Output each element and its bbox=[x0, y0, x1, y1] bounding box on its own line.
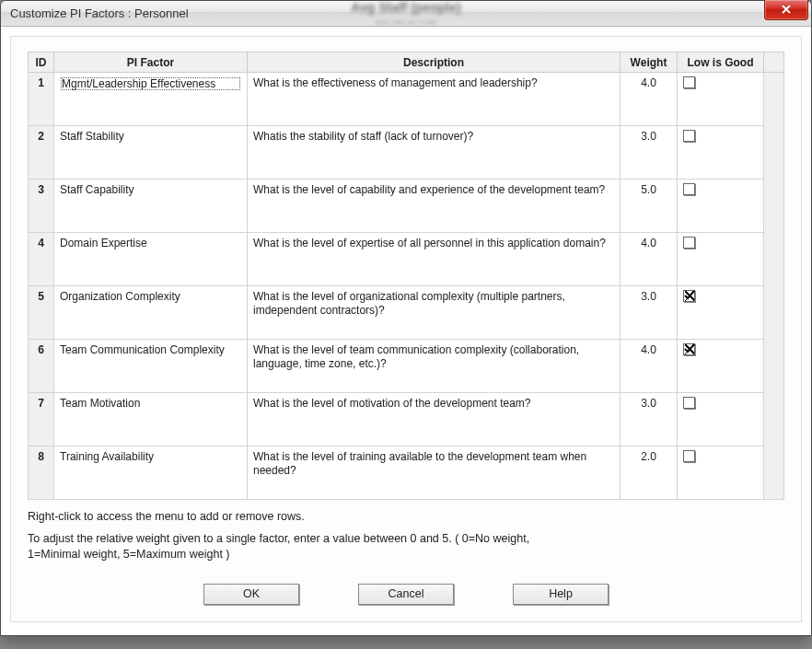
low-is-good-cell[interactable] bbox=[678, 446, 764, 500]
titlebar[interactable]: Customize PI Factors : Personnel Avg Sta… bbox=[1, 1, 811, 27]
description-cell[interactable]: What is the level of organizational comp… bbox=[248, 286, 621, 340]
checkbox-icon[interactable] bbox=[683, 237, 695, 249]
header-description[interactable]: Description bbox=[248, 52, 621, 73]
factor-cell[interactable]: Team Communication Complexity bbox=[54, 340, 248, 393]
row-id[interactable]: 7 bbox=[29, 393, 54, 446]
description-cell[interactable]: What is the level of team communication … bbox=[248, 340, 621, 393]
checkbox-icon[interactable] bbox=[683, 130, 695, 142]
checkbox-icon[interactable] bbox=[683, 450, 695, 462]
dialog-title: Customize PI Factors : Personnel bbox=[1, 6, 189, 20]
row-id[interactable]: 3 bbox=[29, 180, 54, 233]
factor-cell[interactable]: Team Motivation bbox=[54, 393, 248, 446]
hint-weight-range: To adjust the relative weight given to a… bbox=[28, 531, 552, 563]
checkbox-icon[interactable] bbox=[683, 397, 695, 409]
close-icon bbox=[781, 4, 792, 17]
hint-text: Right-click to access the menu to add or… bbox=[28, 509, 784, 563]
help-button[interactable]: Help bbox=[513, 584, 609, 605]
factor-cell[interactable]: Mgmt/Leadership Effectiveness bbox=[54, 73, 248, 126]
low-is-good-cell[interactable] bbox=[678, 73, 764, 126]
header-low-is-good[interactable]: Low is Good bbox=[678, 52, 764, 73]
description-cell[interactable]: What is the level of expertise of all pe… bbox=[248, 233, 621, 286]
row-id[interactable]: 4 bbox=[29, 233, 54, 286]
table-row[interactable]: 3Staff CapabilityWhat is the level of ca… bbox=[29, 180, 784, 233]
low-is-good-cell[interactable] bbox=[678, 180, 764, 233]
row-id[interactable]: 1 bbox=[29, 73, 54, 126]
low-is-good-cell[interactable] bbox=[678, 233, 764, 286]
row-id[interactable]: 8 bbox=[29, 446, 54, 500]
weight-cell[interactable]: 4.0 bbox=[621, 340, 678, 393]
factor-cell[interactable]: Domain Expertise bbox=[54, 233, 248, 286]
header-factor[interactable]: PI Factor bbox=[54, 52, 248, 73]
table-row[interactable]: 8Training AvailabilityWhat is the level … bbox=[29, 446, 784, 500]
table-row[interactable]: 4Domain ExpertiseWhat is the level of ex… bbox=[29, 233, 784, 286]
low-is-good-cell[interactable] bbox=[678, 126, 764, 180]
table-row[interactable]: 2Staff StabilityWhatis the stability of … bbox=[29, 126, 784, 180]
dialog-window: Customize PI Factors : Personnel Avg Sta… bbox=[0, 0, 812, 636]
weight-cell[interactable]: 3.0 bbox=[621, 286, 678, 340]
factor-cell[interactable]: Organization Complexity bbox=[54, 286, 248, 340]
row-id[interactable]: 6 bbox=[29, 340, 54, 393]
low-is-good-cell[interactable] bbox=[678, 340, 764, 393]
dialog-body: ID PI Factor Description Weight Low is G… bbox=[1, 27, 811, 635]
checkbox-icon[interactable] bbox=[683, 290, 695, 302]
table-row[interactable]: 7Team MotivationWhat is the level of mot… bbox=[29, 393, 784, 446]
factor-cell[interactable]: Staff Stability bbox=[54, 126, 248, 180]
description-cell[interactable]: What is the level of motivation of the d… bbox=[248, 393, 621, 446]
table-row[interactable]: 1Mgmt/Leadership EffectivenessWhat is th… bbox=[29, 73, 784, 126]
factor-cell[interactable]: Staff Capability bbox=[54, 180, 248, 233]
low-is-good-cell[interactable] bbox=[678, 286, 764, 340]
button-row: OK Cancel Help bbox=[28, 584, 784, 605]
table-header-row: ID PI Factor Description Weight Low is G… bbox=[29, 52, 784, 73]
low-is-good-cell[interactable] bbox=[678, 393, 764, 446]
checkbox-icon[interactable] bbox=[683, 183, 695, 195]
table-row[interactable]: 5Organization ComplexityWhat is the leve… bbox=[29, 286, 784, 340]
description-cell[interactable]: What is the effectiveness of management … bbox=[248, 73, 621, 126]
scrollbar-gutter bbox=[764, 73, 784, 500]
close-button[interactable] bbox=[764, 0, 808, 20]
factor-cell[interactable]: Training Availability bbox=[54, 446, 248, 500]
weight-cell[interactable]: 5.0 bbox=[621, 180, 678, 233]
checkbox-icon[interactable] bbox=[683, 76, 695, 88]
content-frame: ID PI Factor Description Weight Low is G… bbox=[10, 36, 802, 622]
hint-right-click: Right-click to access the menu to add or… bbox=[28, 509, 784, 526]
table-row[interactable]: 6Team Communication ComplexityWhat is th… bbox=[29, 340, 784, 393]
checkbox-icon[interactable] bbox=[683, 343, 695, 355]
weight-cell[interactable]: 2.0 bbox=[621, 446, 678, 500]
row-id[interactable]: 5 bbox=[29, 286, 54, 340]
row-id[interactable]: 2 bbox=[29, 126, 54, 180]
header-weight[interactable]: Weight bbox=[621, 52, 678, 73]
header-padding bbox=[764, 52, 784, 73]
header-id[interactable]: ID bbox=[29, 52, 54, 73]
cancel-button[interactable]: Cancel bbox=[358, 584, 454, 605]
factor-label: Mgmt/Leadership Effectiveness bbox=[60, 76, 241, 91]
ok-button[interactable]: OK bbox=[203, 584, 299, 605]
description-cell[interactable]: What is the level of capability and expe… bbox=[248, 180, 621, 233]
weight-cell[interactable]: 3.0 bbox=[621, 393, 678, 446]
description-cell[interactable]: What is the level of training available … bbox=[248, 446, 621, 500]
weight-cell[interactable]: 4.0 bbox=[621, 73, 678, 126]
background-blurred-text: Avg Staff (people) ----- ---- --- - ---- bbox=[351, 1, 460, 27]
pi-factors-table[interactable]: ID PI Factor Description Weight Low is G… bbox=[28, 52, 784, 500]
weight-cell[interactable]: 3.0 bbox=[621, 126, 678, 180]
description-cell[interactable]: Whatis the stability of staff (lack of t… bbox=[248, 126, 621, 180]
weight-cell[interactable]: 4.0 bbox=[621, 233, 678, 286]
